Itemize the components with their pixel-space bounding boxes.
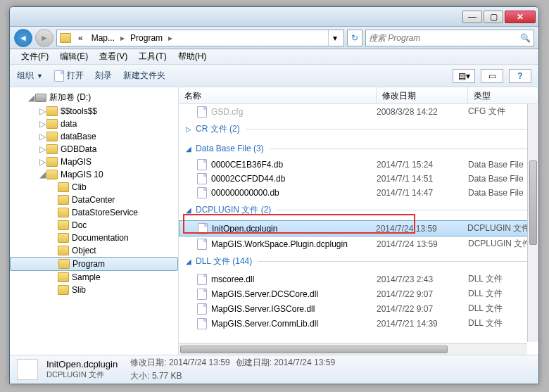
tree-item-label: Clib <box>72 182 87 192</box>
tree-item[interactable]: ◢新加卷 (D:) <box>10 90 178 105</box>
open-button[interactable]: 打开 <box>54 70 84 82</box>
folder-icon <box>58 182 69 192</box>
tree-item[interactable]: ▷GDBData <box>10 143 178 156</box>
expander-icon[interactable]: ◢ <box>38 170 46 179</box>
folder-icon <box>60 33 71 43</box>
file-icon <box>197 239 207 250</box>
tree-item-label: Object <box>72 246 96 255</box>
folder-icon <box>58 233 69 243</box>
file-row[interactable]: MapGIS.WorkSpace.Plugin.dcplugin2014/7/2… <box>179 236 538 251</box>
tree-item[interactable]: ▷$$tools$$ <box>10 105 178 118</box>
menu-bar: 文件(F) 编辑(E) 查看(V) 工具(T) 帮助(H) <box>10 49 538 65</box>
file-row[interactable]: 00002CCFDD44.db2014/7/1 14:51Data Base F… <box>179 172 538 186</box>
breadcrumb-item[interactable]: Program <box>126 32 167 44</box>
tree-item[interactable]: Program <box>10 257 178 271</box>
file-icon <box>197 106 207 118</box>
file-name: MapGIS.WorkSpace.Plugin.dcplugin <box>211 239 348 249</box>
folder-icon <box>46 157 58 167</box>
expander-icon[interactable]: ▷ <box>38 119 46 129</box>
tree-item-label: DataCenter <box>72 195 115 205</box>
scrollbar-thumb[interactable] <box>180 346 448 353</box>
breadcrumb-prefix[interactable]: « <box>74 32 87 44</box>
tree-item[interactable]: ▷dataBase <box>10 130 178 143</box>
refresh-button[interactable]: ↻ <box>347 30 362 46</box>
tree-item[interactable]: DataCenter <box>10 194 178 206</box>
tree-item[interactable]: Slib <box>10 284 178 296</box>
tree-item-label: $$tools$$ <box>61 106 97 116</box>
folder-icon <box>46 132 58 141</box>
group-header[interactable]: ◢DLL 文件 (144) <box>179 251 538 272</box>
tree-item[interactable]: ▷MapGIS <box>10 156 178 168</box>
file-row[interactable]: MapGIS.Server.DCSCore.dll2014/7/22 9:07D… <box>179 286 538 301</box>
file-row[interactable]: InitOpen.dcplugin2014/7/24 13:59DCPLUGIN… <box>179 220 538 236</box>
column-name[interactable]: 名称 <box>179 87 377 103</box>
file-row[interactable]: MapGIS.Server.CommLib.dll2014/7/21 14:39… <box>179 316 538 331</box>
navigation-tree[interactable]: ◢新加卷 (D:)▷$$tools$$▷data▷dataBase▷GDBDat… <box>10 87 179 355</box>
expander-icon[interactable]: ▷ <box>38 157 46 167</box>
column-type[interactable]: 类型 <box>468 87 538 103</box>
file-row[interactable]: 000000000000.db2014/7/1 14:47Data Base F… <box>179 186 538 200</box>
folder-icon <box>46 170 58 179</box>
view-options-button[interactable]: ▤▾ <box>453 69 475 83</box>
tree-item[interactable]: Doc <box>10 219 178 232</box>
menu-file[interactable]: 文件(F) <box>15 49 54 64</box>
preview-pane-button[interactable]: ▭ <box>481 69 503 83</box>
file-name: 00002CCFDD44.db <box>211 174 285 184</box>
expander-icon[interactable]: ▷ <box>38 144 46 154</box>
tree-item[interactable]: Documentation <box>10 232 178 244</box>
expander-icon[interactable]: ▷ <box>38 106 46 116</box>
column-date[interactable]: 修改日期 <box>377 87 468 103</box>
scrollbar-thumb[interactable] <box>529 160 537 245</box>
tree-item-label: 新加卷 (D:) <box>49 91 91 103</box>
tree-item[interactable]: Object <box>10 244 178 257</box>
close-button[interactable]: ✕ <box>505 11 536 23</box>
file-icon <box>198 223 208 234</box>
file-row[interactable]: 0000CE1B36F4.db2014/7/1 15:24Data Base F… <box>179 158 538 172</box>
titlebar: — ▢ ✕ <box>10 7 538 27</box>
menu-help[interactable]: 帮助(H) <box>172 49 213 64</box>
file-row[interactable]: GSD.cfg2008/3/28 14:22CFG 文件 <box>179 104 538 119</box>
tree-item[interactable]: Clib <box>10 181 178 194</box>
status-bar: InitOpen.dcplugin DCPLUGIN 文件 修改日期: 2014… <box>10 355 538 383</box>
menu-view[interactable]: 查看(V) <box>94 49 133 64</box>
path-dropdown[interactable]: ▾ <box>328 30 341 46</box>
horizontal-scrollbar[interactable] <box>179 343 527 355</box>
back-button[interactable]: ◄ <box>14 29 32 47</box>
expander-icon[interactable]: ▷ <box>38 132 46 141</box>
organize-button[interactable]: 组织▼ <box>17 70 43 82</box>
menu-tools[interactable]: 工具(T) <box>133 49 172 64</box>
file-name: MapGIS.Server.CommLib.dll <box>211 319 318 329</box>
file-date: 2014/7/1 15:24 <box>377 160 468 170</box>
file-date: 2014/7/1 14:51 <box>377 174 468 184</box>
tree-item-label: Program <box>72 259 105 269</box>
forward-button[interactable]: ► <box>35 29 53 47</box>
minimize-button[interactable]: — <box>462 11 482 23</box>
vertical-scrollbar[interactable] <box>527 104 538 342</box>
breadcrumb[interactable]: « Map... ▸ Program ▸ ▾ <box>56 30 344 46</box>
status-filetype: DCPLUGIN 文件 <box>46 369 118 380</box>
file-date: 2014/7/22 9:07 <box>377 304 468 314</box>
group-header[interactable]: ◢DCPLUGIN 文件 (2) <box>179 200 538 220</box>
file-row[interactable]: MapGIS.Server.IGSCore.dll2014/7/22 9:07D… <box>179 301 538 316</box>
file-row[interactable]: mscoree.dll2014/7/23 2:43DLL 文件 <box>179 272 538 286</box>
search-field[interactable] <box>369 33 520 43</box>
maximize-button[interactable]: ▢ <box>484 11 503 23</box>
file-date: 2014/7/1 14:47 <box>377 188 468 198</box>
tree-item[interactable]: ◢MapGIS 10 <box>10 168 178 181</box>
search-input[interactable]: 🔍 <box>365 30 534 46</box>
file-icon <box>17 359 38 380</box>
new-folder-button[interactable]: 新建文件夹 <box>123 70 165 82</box>
tree-item[interactable]: Sample <box>10 271 178 284</box>
group-label: DCPLUGIN 文件 (2) <box>196 204 271 216</box>
tree-item[interactable]: DataStoreService <box>10 206 178 219</box>
group-header[interactable]: ◢Data Base File (3) <box>179 139 538 158</box>
tree-item-label: Sample <box>72 272 101 282</box>
menu-edit[interactable]: 编辑(E) <box>54 49 94 64</box>
expander-icon[interactable]: ◢ <box>27 93 35 103</box>
burn-button[interactable]: 刻录 <box>95 70 112 82</box>
help-button[interactable]: ? <box>509 69 531 83</box>
tree-item[interactable]: ▷data <box>10 118 178 130</box>
breadcrumb-item[interactable]: Map... <box>87 32 119 44</box>
file-name: mscoree.dll <box>211 274 254 284</box>
group-header[interactable]: ▷CR 文件 (2) <box>179 119 538 139</box>
